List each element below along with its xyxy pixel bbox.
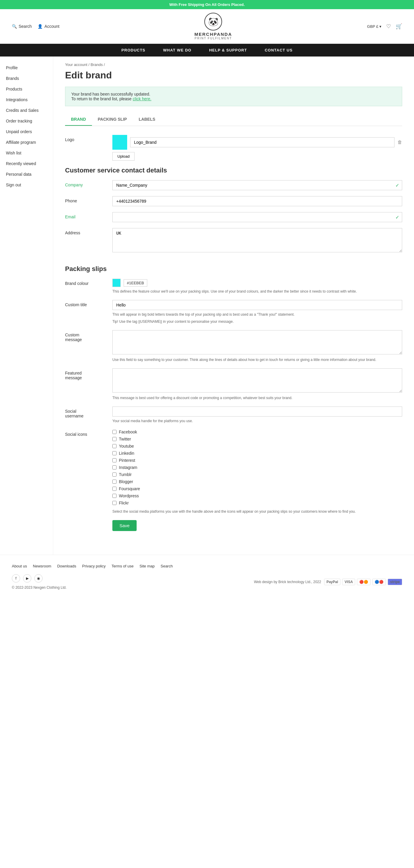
social-icons-field: Facebook Twitter Youtube Linkedin Pi <box>113 430 402 531</box>
sidebar-item-profile[interactable]: Profile <box>0 62 53 73</box>
custom-message-input[interactable] <box>113 330 402 354</box>
footer-right: Web design by Brick technology Ltd., 202… <box>254 579 402 585</box>
delete-logo-icon[interactable]: 🗑 <box>397 140 402 145</box>
checkbox-pinterest-input[interactable] <box>113 458 117 462</box>
company-field: ✓ <box>113 180 402 190</box>
checkbox-facebook-input[interactable] <box>113 430 117 434</box>
custom-title-input[interactable] <box>113 300 402 310</box>
checkbox-pinterest[interactable]: Pinterest <box>113 458 402 463</box>
checkbox-facebook[interactable]: Facebook <box>113 430 402 434</box>
tab-packing-slip[interactable]: PACKING SLIP <box>92 113 133 126</box>
color-swatch[interactable] <box>113 279 121 287</box>
footer-copyright: © 2022-2023 Nexgen Clothing Ltd. <box>12 586 67 590</box>
checkbox-flickr[interactable]: Flickr <box>113 501 402 505</box>
footer-downloads[interactable]: Downloads <box>57 564 76 568</box>
checkbox-flickr-input[interactable] <box>113 501 117 505</box>
save-button[interactable]: Save <box>113 520 137 531</box>
nav-contact[interactable]: CONTACT US <box>265 48 292 52</box>
brand-colour-row: Brand colour #1EEBEB This defines the fe… <box>65 279 402 294</box>
social-username-row: Socialusername Your social media handle … <box>65 406 402 424</box>
tab-labels[interactable]: LABELS <box>133 113 161 126</box>
social-username-label: Socialusername <box>65 406 106 418</box>
sidebar-item-brands[interactable]: Brands <box>0 73 53 84</box>
footer-privacy[interactable]: Privacy policy <box>82 564 105 568</box>
main-content: Your account / Brands / Edit brand Your … <box>53 57 414 555</box>
cart-icon[interactable]: 🛒 <box>396 23 402 30</box>
sidebar-item-integrations[interactable]: Integrations <box>0 94 53 105</box>
top-banner: With Free Shipping On All Orders Placed. <box>0 0 414 9</box>
sidebar-item-recently-viewed[interactable]: Recently viewed <box>0 158 53 169</box>
footer-social: f ▶ ◉ <box>12 574 67 583</box>
footer-sitemap[interactable]: Site map <box>139 564 155 568</box>
company-input[interactable] <box>113 180 402 190</box>
featured-message-input[interactable] <box>113 368 402 393</box>
email-input[interactable] <box>113 212 402 222</box>
checkbox-instagram[interactable]: Instagram <box>113 465 402 470</box>
company-label: Company <box>65 180 106 187</box>
social-username-hint: Your social media handle for the platfor… <box>113 418 402 424</box>
banner-text: With Free Shipping On All Orders Placed. <box>169 2 245 7</box>
social-username-input[interactable] <box>113 406 402 416</box>
account-icon: 👤 <box>37 24 42 29</box>
footer: About us Newsroom Downloads Privacy poli… <box>0 555 414 595</box>
nav-help[interactable]: HELP & SUPPORT <box>209 48 247 52</box>
footer-about[interactable]: About us <box>12 564 27 568</box>
social-icons-list: Facebook Twitter Youtube Linkedin Pi <box>113 430 402 505</box>
checkbox-linkedin-input[interactable] <box>113 451 117 455</box>
success-link[interactable]: click here. <box>133 96 151 101</box>
upload-button[interactable]: Upload <box>113 152 134 161</box>
success-line1: Your brand has been successfully updated… <box>71 92 150 96</box>
search-label: Search <box>19 24 32 29</box>
phone-input[interactable] <box>113 196 402 206</box>
nav-products[interactable]: PRODUCTS <box>122 48 146 52</box>
checkbox-youtube-input[interactable] <box>113 444 117 448</box>
email-field: ✓ <box>113 212 402 222</box>
maestro-logo: 🔵🔴 <box>372 579 386 585</box>
sidebar-item-unpaid-orders[interactable]: Unpaid orders <box>0 126 53 137</box>
footer-newsroom[interactable]: Newsroom <box>33 564 51 568</box>
social-instagram-icon[interactable]: ◉ <box>34 574 42 583</box>
footer-search[interactable]: Search <box>161 564 173 568</box>
address-row: Address UK <box>65 228 402 253</box>
social-icons-row: Social icons Facebook Twitter Youtube <box>65 430 402 531</box>
nav-what-we-do[interactable]: WHAT WE DO <box>163 48 192 52</box>
checkbox-youtube[interactable]: Youtube <box>113 444 402 448</box>
sidebar-item-sign-out[interactable]: Sign out <box>0 180 53 190</box>
social-facebook-icon[interactable]: f <box>12 574 20 583</box>
footer-terms[interactable]: Terms of use <box>112 564 133 568</box>
social-youtube-icon[interactable]: ▶ <box>23 574 31 583</box>
checkbox-linkedin[interactable]: Linkedin <box>113 451 402 456</box>
brand-colour-field: #1EEBEB This defines the feature colour … <box>113 279 402 294</box>
sidebar-item-personal-data[interactable]: Personal data <box>0 169 53 180</box>
checkbox-blogger[interactable]: Blogger <box>113 479 402 484</box>
logo-filename-input[interactable] <box>130 137 394 147</box>
search-button[interactable]: 🔍 Search <box>12 24 32 29</box>
color-value: #1EEBEB <box>124 279 147 287</box>
checkbox-tumblr[interactable]: Tumblr <box>113 472 402 477</box>
checkbox-foursquare[interactable]: Foursquare <box>113 486 402 491</box>
checkbox-wordpress-input[interactable] <box>113 494 117 498</box>
checkbox-foursquare-input[interactable] <box>113 487 117 491</box>
custom-message-label: Custommessage <box>65 330 106 342</box>
sidebar-item-order-tracking[interactable]: Order tracking <box>0 116 53 126</box>
sidebar-item-products[interactable]: Products <box>0 84 53 94</box>
checkbox-twitter[interactable]: Twitter <box>113 437 402 441</box>
address-input[interactable]: UK <box>113 228 402 252</box>
custom-message-row: Custommessage Use this field to say some… <box>65 330 402 363</box>
currency-selector[interactable]: GBP £ ▾ <box>367 24 381 29</box>
checkbox-twitter-input[interactable] <box>113 437 117 441</box>
sidebar-item-affiliate[interactable]: Affiliate program <box>0 137 53 148</box>
wishlist-icon[interactable]: ♡ <box>386 23 391 30</box>
featured-message-row: Featuredmessage This message is best use… <box>65 368 402 401</box>
checkbox-instagram-input[interactable] <box>113 465 117 469</box>
checkbox-tumblr-input[interactable] <box>113 472 117 476</box>
color-picker: #1EEBEB <box>113 279 402 287</box>
sidebar-item-credits[interactable]: Credits and Sales <box>0 105 53 116</box>
checkbox-wordpress[interactable]: Wordpress <box>113 493 402 498</box>
social-icons-label: Social icons <box>65 430 106 437</box>
checkbox-blogger-input[interactable] <box>113 479 117 484</box>
tab-brand[interactable]: BRAND <box>65 113 92 126</box>
account-button[interactable]: 👤 Account <box>37 24 59 29</box>
packing-slips-section: Packing slips Brand colour #1EEBEB This … <box>65 265 402 531</box>
sidebar-item-wish-list[interactable]: Wish list <box>0 148 53 158</box>
